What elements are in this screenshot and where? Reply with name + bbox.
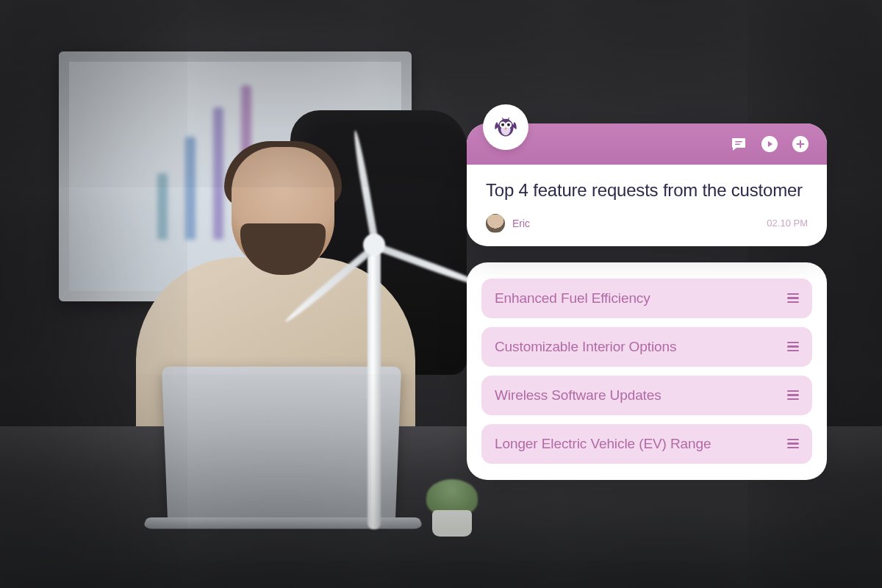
drag-handle-icon[interactable] [787,390,799,401]
play-icon[interactable] [759,134,780,154]
plus-icon[interactable] [790,134,811,154]
note-title: Top 4 feature requests from the customer [486,179,808,202]
svg-rect-11 [797,143,805,145]
svg-point-4 [501,123,504,126]
note-card-body: Top 4 feature requests from the customer… [467,165,827,246]
feature-item[interactable]: Wireless Software Updates [481,376,812,415]
plant-pot [432,510,472,537]
note-meta: Eric 02.10 PM [486,214,808,233]
ui-overlay: Top 4 feature requests from the customer… [467,123,827,480]
drag-handle-icon[interactable] [787,342,799,352]
feature-label: Customizable Interior Options [495,339,676,355]
feature-list-card: Enhanced Fuel Efficiency Customizable In… [467,262,827,480]
note-card: Top 4 feature requests from the customer… [467,123,827,246]
feature-item[interactable]: Customizable Interior Options [481,327,812,367]
drag-handle-icon[interactable] [787,293,799,304]
drag-handle-icon[interactable] [787,439,799,449]
svg-point-5 [507,123,510,126]
app-logo-badge [483,104,528,150]
feature-label: Longer Electric Vehicle (EV) Range [495,436,711,452]
note-timestamp: 02.10 PM [767,218,808,229]
avatar [486,214,505,233]
svg-rect-7 [735,143,740,145]
laptop [162,367,401,519]
feature-label: Wireless Software Updates [495,387,662,404]
svg-rect-6 [735,141,742,143]
wind-turbine [368,250,381,529]
feature-label: Enhanced Fuel Efficiency [495,290,650,306]
feature-item[interactable]: Enhanced Fuel Efficiency [481,279,812,318]
chat-icon[interactable] [728,134,749,154]
feature-item[interactable]: Longer Electric Vehicle (EV) Range [481,424,812,464]
owl-icon [490,110,521,144]
author-name: Eric [512,218,530,229]
note-author[interactable]: Eric [486,214,530,233]
